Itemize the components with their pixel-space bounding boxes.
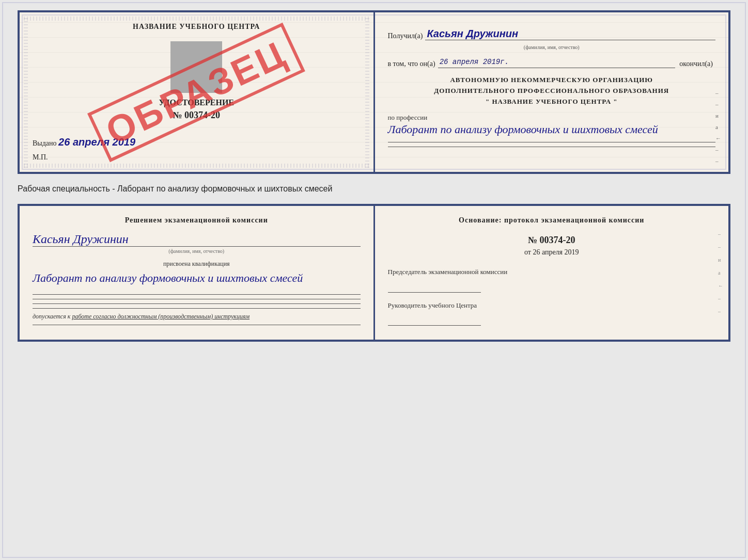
cert-subtitle: УДОСТОВЕРЕНИЕ: [33, 98, 361, 107]
bottom-left-title: Решением экзаменационной комиссии: [33, 216, 361, 225]
bottom-left-page: Решением экзаменационной комиссии Касьян…: [20, 206, 375, 340]
bottom-certificate-book: Решением экзаменационной комиссии Касьян…: [18, 204, 730, 342]
specialty-text: Рабочая специальность - Лаборант по анал…: [18, 182, 730, 196]
org-line2: ДОПОЛНИТЕЛЬНОГО ПРОФЕССИОНАЛЬНОГО ОБРАЗО…: [388, 87, 716, 95]
org-block: АВТОНОМНУЮ НЕКОММЕРЧЕСКУЮ ОРГАНИЗАЦИЮ ДО…: [388, 76, 716, 106]
director-signature: [388, 313, 481, 326]
chairman-block: Председатель экзаменационной комиссии: [388, 267, 716, 293]
completed-suffix: окончил(а): [679, 60, 713, 68]
completed-prefix: в том, что он(а): [388, 60, 435, 68]
bottom-name-subtitle: (фамилия, имя, отчество): [33, 248, 361, 254]
director-title: Руководитель учебного Центра: [388, 300, 716, 311]
qualification-value: Лаборант по анализу формовочных и шихтов…: [33, 270, 361, 286]
chairman-signature: [388, 280, 481, 293]
admission-text: допускается к работе согласно должностны…: [33, 313, 361, 321]
completed-date: 26 апреля 2019г.: [438, 58, 676, 68]
cert-number: № 00374-20: [33, 110, 361, 121]
chairman-title: Председатель экзаменационной комиссии: [388, 267, 716, 277]
issued-date: 26 апреля 2019: [58, 136, 135, 148]
cert-left-page: НАЗВАНИЕ УЧЕБНОГО ЦЕНТРА УДОСТОВЕРЕНИЕ №…: [20, 12, 375, 172]
profession-block: по профессии Лаборант по анализу формово…: [388, 114, 716, 147]
right-margin-chars: – – и а ← – –: [713, 12, 728, 172]
bottom-right-title: Основание: протокол экзаменационной коми…: [388, 216, 716, 225]
cert-mp: М.П.: [33, 153, 361, 162]
cert-right-block: Получил(а) Касьян Дружинин (фамилия, имя…: [388, 28, 716, 147]
received-label: Получил(а): [388, 32, 423, 40]
date-prefix: от: [524, 248, 531, 256]
qualification-label: присвоена квалификация: [33, 260, 361, 268]
bottom-right-margin-chars: – – и а ← – –: [715, 206, 728, 340]
org-line1: АВТОНОМНУЮ НЕКОММЕРЧЕСКУЮ ОРГАНИЗАЦИЮ: [388, 76, 716, 84]
protocol-number: № 00374-20: [388, 235, 716, 246]
director-block: Руководитель учебного Центра: [388, 300, 716, 326]
bottom-name: Касьян Дружинин: [33, 232, 361, 247]
cert-title: НАЗВАНИЕ УЧЕБНОГО ЦЕНТРА: [33, 23, 361, 31]
admission-value: работе согласно должностным (производств…: [72, 313, 250, 320]
bottom-right-page: Основание: протокол экзаменационной коми…: [375, 206, 729, 340]
profession-value: Лаборант по анализу формовочных и шихтов…: [388, 122, 716, 138]
issued-label: Выдано: [33, 139, 57, 147]
protocol-date: от 26 апреля 2019: [388, 248, 716, 257]
cert-right-page: Получил(а) Касьян Дружинин (фамилия, имя…: [375, 12, 729, 172]
profession-label: по профессии: [388, 114, 716, 122]
org-line3: " НАЗВАНИЕ УЧЕБНОГО ЦЕНТРА ": [388, 98, 716, 106]
received-row: Получил(а) Касьян Дружинин: [388, 28, 716, 40]
received-name: Касьян Дружинин: [425, 28, 715, 40]
protocol-date-value: 26 апреля 2019: [533, 248, 579, 256]
top-certificate-book: НАЗВАНИЕ УЧЕБНОГО ЦЕНТРА УДОСТОВЕРЕНИЕ №…: [18, 10, 730, 174]
cert-issued: Выдано 26 апреля 2019: [33, 136, 361, 148]
photo-placeholder: [170, 41, 222, 93]
admission-prefix: допускается к: [33, 313, 70, 320]
completed-row: в том, что он(а) 26 апреля 2019г. окончи…: [388, 58, 716, 68]
document-container: НАЗВАНИЕ УЧЕБНОГО ЦЕНТРА УДОСТОВЕРЕНИЕ №…: [18, 10, 730, 342]
name-subtitle: (фамилия, имя, отчество): [388, 44, 716, 50]
